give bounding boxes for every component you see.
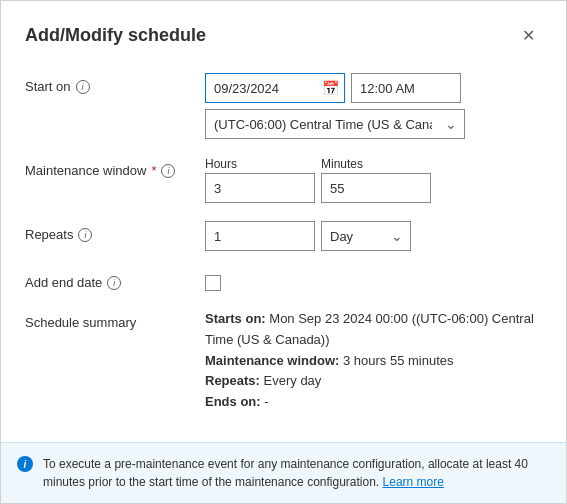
dialog-body: Start on i 📅 (UTC-06:00) Central Time (U… (1, 57, 566, 434)
timezone-wrapper: (UTC-06:00) Central Time (US & Canada) (… (205, 109, 465, 139)
dialog-header: Add/Modify schedule ✕ (1, 1, 566, 57)
start-on-info-icon[interactable]: i (76, 80, 90, 94)
hours-label: Hours (205, 157, 315, 171)
schedule-summary-label: Schedule summary (25, 309, 205, 330)
required-star: * (151, 163, 156, 178)
add-end-date-checkbox[interactable] (205, 275, 221, 291)
start-on-label: Start on i (25, 73, 205, 94)
schedule-summary-row: Schedule summary Starts on: Mon Sep 23 2… (25, 309, 542, 413)
info-bar-text: To execute a pre-maintenance event for a… (43, 455, 550, 491)
schedule-summary-text: Starts on: Mon Sep 23 2024 00:00 ((UTC-0… (205, 309, 542, 413)
info-bar-icon: i (17, 456, 33, 472)
add-end-date-label: Add end date i (25, 269, 205, 290)
add-end-date-controls (205, 269, 542, 291)
close-button[interactable]: ✕ (514, 21, 542, 49)
time-input[interactable] (351, 73, 461, 103)
start-on-controls: 📅 (UTC-06:00) Central Time (US & Canada)… (205, 73, 542, 139)
add-end-date-row: Add end date i (25, 269, 542, 291)
info-bar: i To execute a pre-maintenance event for… (1, 442, 566, 503)
timezone-row: (UTC-06:00) Central Time (US & Canada) (… (205, 109, 542, 139)
date-input[interactable] (205, 73, 345, 103)
maintenance-window-row: Maintenance window * i Hours Minutes (25, 157, 542, 203)
start-on-row: Start on i 📅 (UTC-06:00) Central Time (U… (25, 73, 542, 139)
summary-ends-on: Ends on: - (205, 392, 542, 413)
start-on-datetime-row: 📅 (205, 73, 542, 103)
maintenance-window-label: Maintenance window * i (25, 157, 205, 178)
summary-starts-on: Starts on: Mon Sep 23 2024 00:00 ((UTC-0… (205, 309, 542, 351)
date-input-wrapper: 📅 (205, 73, 345, 103)
add-end-date-info-icon[interactable]: i (107, 276, 121, 290)
repeats-info-icon[interactable]: i (78, 228, 92, 242)
hours-col: Hours (205, 157, 315, 203)
minutes-input[interactable] (321, 173, 431, 203)
repeats-period-wrapper: Day Week Month (321, 221, 411, 251)
minutes-col: Minutes (321, 157, 431, 203)
learn-more-link[interactable]: Learn more (383, 475, 444, 489)
dialog-title: Add/Modify schedule (25, 25, 206, 46)
hours-input[interactable] (205, 173, 315, 203)
maintenance-window-info-icon[interactable]: i (161, 164, 175, 178)
add-modify-schedule-dialog: Add/Modify schedule ✕ Start on i 📅 (0, 0, 567, 504)
summary-maintenance-window: Maintenance window: 3 hours 55 minutes (205, 351, 542, 372)
schedule-summary-content: Starts on: Mon Sep 23 2024 00:00 ((UTC-0… (205, 309, 542, 413)
minutes-label: Minutes (321, 157, 431, 171)
maintenance-sub-labels: Hours Minutes (205, 157, 542, 203)
repeats-label: Repeats i (25, 221, 205, 242)
summary-repeats: Repeats: Every day (205, 371, 542, 392)
repeats-number-input[interactable] (205, 221, 315, 251)
repeats-row: Repeats i Day Week Month (25, 221, 542, 251)
maintenance-window-controls: Hours Minutes (205, 157, 542, 203)
repeats-input-row: Day Week Month (205, 221, 542, 251)
repeats-period-select[interactable]: Day Week Month (321, 221, 411, 251)
timezone-select[interactable]: (UTC-06:00) Central Time (US & Canada) (… (205, 109, 465, 139)
repeats-controls: Day Week Month (205, 221, 542, 251)
